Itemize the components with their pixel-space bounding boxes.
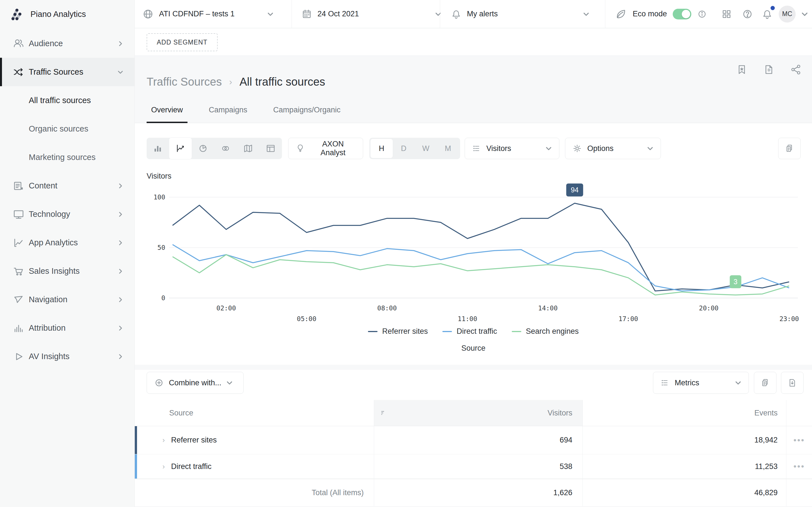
svg-text:94: 94 [571, 186, 578, 194]
row-menu-button[interactable]: ••• [794, 436, 805, 445]
referrer-sites-swatch [368, 331, 377, 332]
combine-with-dropdown[interactable]: Combine with... [147, 372, 244, 394]
notification-badge [770, 6, 775, 10]
tab-campaigns[interactable]: Campaigns [204, 106, 252, 123]
line-chart-icon[interactable] [169, 138, 192, 159]
legend-direct-traffic[interactable]: Direct traffic [442, 327, 497, 336]
chevron-right-icon [117, 182, 124, 189]
page-title: All traffic sources [239, 75, 325, 88]
table-total-row: Total (All items) 1,626 46,829 [135, 479, 812, 506]
legend-search-engines[interactable]: Search engines [512, 327, 579, 336]
expand-chevron-icon[interactable]: › [162, 462, 165, 471]
dimension-label: Source [135, 344, 812, 353]
bookmark-button[interactable] [736, 64, 748, 75]
metrics-dropdown[interactable]: Metrics [653, 372, 749, 394]
apps-grid-icon [721, 8, 732, 20]
breadcrumb-band: Traffic Sources › All traffic sources D … [135, 56, 812, 123]
column-header-events[interactable]: Events [582, 400, 786, 426]
row-menu-button[interactable]: ••• [794, 462, 805, 471]
site-selector[interactable]: ATI CDFNDF – tests 1 [142, 0, 274, 28]
column-header-source[interactable]: Source [135, 400, 374, 426]
chevron-right-icon [117, 353, 124, 360]
direct-traffic-swatch [442, 331, 452, 332]
visitors-line-chart[interactable]: 05010002:0005:0008:0011:0014:0017:0020:0… [152, 183, 798, 324]
tab-bar: Overview Campaigns Campaigns/Organic [147, 106, 345, 123]
notifications-button[interactable] [761, 0, 773, 28]
pie-chart-icon[interactable] [192, 138, 214, 159]
sidebar-item-content[interactable]: Content [0, 172, 135, 200]
data-table: Source Visitors Events ›Referrer sites 6… [135, 400, 812, 506]
audience-icon [12, 38, 25, 50]
piano-analytics-logo-icon [9, 6, 25, 22]
expand-chevron-icon[interactable]: › [162, 436, 165, 445]
row-accent-bar [135, 426, 137, 454]
granularity-day[interactable]: D [393, 139, 415, 158]
metric-dropdown[interactable]: Visitors [465, 138, 559, 159]
sidebar-item-marketing-sources[interactable]: Marketing sources [0, 143, 135, 172]
sidebar-item-attribution[interactable]: Attribution [0, 314, 135, 342]
lightbulb-icon [295, 144, 305, 154]
alerts-selector[interactable]: My alerts [451, 0, 590, 28]
copy-chart-button[interactable] [778, 138, 801, 159]
sidebar-item-app-analytics[interactable]: App Analytics [0, 228, 135, 257]
table-row[interactable]: ›Direct traffic 538 11,253 ••• [135, 454, 812, 479]
svg-text:11:00: 11:00 [458, 315, 477, 323]
chart-type-switcher [147, 138, 282, 159]
attribution-icon [12, 322, 25, 334]
table-row[interactable]: ›Referrer sites 694 18,942 ••• [135, 426, 812, 454]
granularity-week[interactable]: W [415, 139, 437, 158]
download-icon [787, 378, 797, 388]
share-button[interactable] [790, 64, 802, 75]
table-header-row: Source Visitors Events [135, 400, 812, 426]
site-name: ATI CDFNDF – tests 1 [159, 10, 235, 18]
venn-chart-icon[interactable] [214, 138, 237, 159]
options-dropdown[interactable]: Options [565, 138, 661, 159]
tab-campaigns-organic[interactable]: Campaigns/Organic [269, 106, 345, 123]
sidebar-item-organic-sources[interactable]: Organic sources [0, 115, 135, 143]
breadcrumb: Traffic Sources › All traffic sources [147, 75, 325, 88]
map-chart-icon[interactable] [237, 138, 259, 159]
sidebar-item-av-insights[interactable]: AV Insights [0, 342, 135, 371]
alerts-label: My alerts [467, 10, 498, 18]
sidebar-item-sales-insights[interactable]: Sales Insights [0, 257, 135, 285]
chart-title: Visitors [147, 172, 171, 180]
svg-text:0: 0 [161, 294, 165, 302]
tab-overview[interactable]: Overview [147, 106, 188, 123]
sidebar-item-technology[interactable]: Technology [0, 200, 135, 228]
column-header-visitors[interactable]: Visitors [374, 400, 582, 426]
help-button[interactable] [742, 0, 753, 28]
table-view-icon[interactable] [259, 138, 282, 159]
sidebar-item-audience[interactable]: Audience [0, 29, 135, 58]
sidebar-item-all-traffic-sources[interactable]: All traffic sources [0, 86, 135, 115]
total-label: Total (All items) [135, 479, 374, 506]
sidebar-item-navigation[interactable]: Navigation [0, 285, 135, 314]
plus-circle-icon [154, 378, 164, 388]
chevron-right-icon [117, 296, 124, 303]
breadcrumb-section[interactable]: Traffic Sources [147, 75, 222, 88]
copy-icon [760, 378, 770, 388]
user-menu[interactable]: MC [779, 0, 809, 28]
eco-mode-toggle[interactable] [673, 9, 691, 19]
sort-icon[interactable] [380, 409, 387, 416]
axon-analyst-button[interactable]: AXON Analyst [288, 138, 363, 159]
granularity-hour[interactable]: H [370, 139, 393, 158]
legend-referrer-sites[interactable]: Referrer sites [368, 327, 428, 336]
brand[interactable]: Piano Analytics [0, 0, 86, 28]
download-button[interactable] [781, 372, 804, 394]
svg-text:100: 100 [153, 193, 165, 201]
apps-button[interactable] [721, 0, 732, 28]
date-selector[interactable]: 24 Oct 2021 [301, 0, 442, 28]
info-icon [697, 9, 707, 19]
row-accent-bar [135, 454, 137, 478]
chevron-down-icon [545, 145, 552, 152]
report-button[interactable]: D [763, 64, 775, 75]
add-segment-button[interactable]: ADD SEGMENT [147, 33, 218, 51]
granularity-month[interactable]: M [437, 139, 459, 158]
svg-text:17:00: 17:00 [619, 315, 638, 323]
topbar: ATI CDFNDF – tests 1 24 Oct 2021 My aler… [135, 0, 812, 28]
bar-chart-icon[interactable] [147, 138, 169, 159]
copy-table-button[interactable] [754, 372, 776, 394]
avatar: MC [779, 6, 796, 22]
sidebar-item-traffic-sources[interactable]: Traffic Sources [0, 58, 135, 86]
av-insights-icon [12, 350, 25, 363]
